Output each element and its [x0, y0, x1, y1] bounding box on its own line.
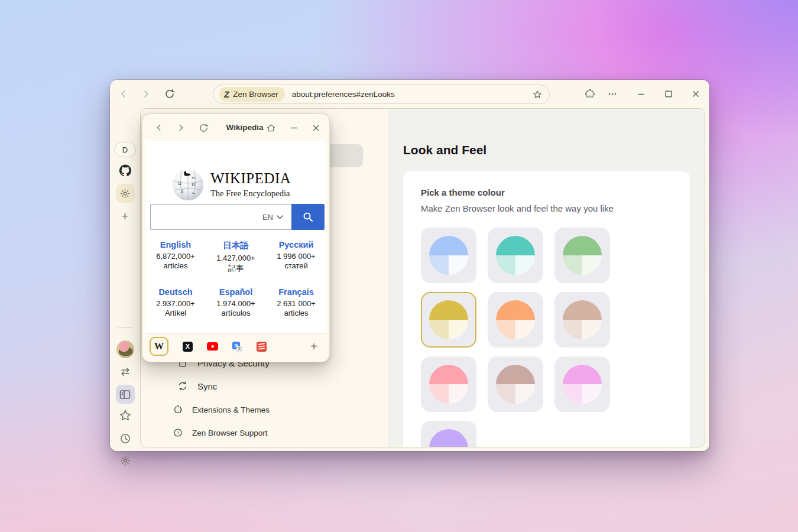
theme-tile-mauve[interactable] — [488, 356, 543, 412]
close-icon[interactable] — [689, 87, 703, 101]
back-icon[interactable] — [116, 87, 131, 101]
prefs-item-extensions[interactable]: Extensions & Themes — [173, 405, 270, 414]
theme-tile-green[interactable] — [554, 228, 610, 283]
settings-gear-icon[interactable] — [116, 184, 135, 203]
mini-window-dock: W X G文 + — [145, 333, 326, 359]
todoist-icon[interactable] — [257, 342, 267, 352]
home-icon[interactable] — [265, 122, 277, 134]
google-translate-icon[interactable]: G文 — [232, 342, 242, 352]
search-icon — [302, 211, 314, 223]
card-subtitle: Make Zen Browser look and feel the way y… — [421, 203, 614, 213]
extensions-puzzle-icon[interactable] — [583, 87, 597, 101]
workspace-pill[interactable]: D — [114, 142, 136, 157]
url-text: about:preferences#zenLooks — [292, 90, 533, 99]
wikipedia-wordmark: WIKIPEDIA — [210, 170, 291, 187]
swap-arrows-icon[interactable] — [119, 366, 131, 377]
theme-tile-tan[interactable] — [554, 292, 610, 348]
url-bar[interactable]: Z Zen Browser about:preferences#zenLooks — [213, 85, 550, 104]
svg-text:И: И — [192, 182, 195, 187]
close-icon[interactable] — [310, 122, 322, 134]
wikipedia-languages: English 6,872,000+ articles 日本語 1,427,00… — [145, 240, 326, 317]
look-and-feel-panel: Look and Feel Pick a theme colour Make Z… — [388, 109, 705, 447]
language-link-german[interactable]: Deutsch 2.937.000+ Artikel — [145, 287, 206, 317]
svg-text:Ω: Ω — [178, 181, 181, 186]
forward-icon[interactable] — [175, 122, 187, 134]
github-icon[interactable] — [119, 164, 131, 177]
svg-text:?: ? — [177, 430, 180, 436]
star-icon[interactable] — [119, 409, 132, 422]
site-label: Zen Browser — [233, 90, 278, 99]
language-link-japanese[interactable]: 日本語 1,427,000+ 記事 — [206, 240, 266, 274]
chevron-down-icon — [277, 215, 283, 219]
mini-window-header[interactable]: Wikipedia — [142, 114, 329, 141]
theme-tile-blue[interactable] — [421, 228, 476, 283]
prefs-item-sync[interactable]: Sync — [177, 381, 217, 391]
puzzle-icon — [173, 405, 183, 414]
more-menu-icon[interactable] — [605, 87, 619, 101]
theme-tile-pink[interactable] — [421, 356, 476, 412]
language-code: EN — [262, 213, 273, 222]
wikipedia-favicon[interactable]: W — [150, 337, 168, 356]
browser-toolbar: Z Zen Browser about:preferences#zenLooks — [110, 80, 709, 108]
wikipedia-search-bar: EN — [150, 204, 325, 230]
wikipedia-tagline: The Free Encyclopedia — [210, 189, 290, 199]
theme-tile-yellow-selected[interactable] — [421, 292, 476, 348]
card-title: Pick a theme colour — [421, 187, 505, 197]
prefs-item-label: Extensions & Themes — [192, 406, 270, 414]
wikipedia-page: Ω W И 文 ω WIKIPEDIA The Free Encyclopedi… — [145, 141, 326, 333]
language-link-spanish[interactable]: Español 1.974.000+ artículos — [206, 287, 266, 317]
language-link-russian[interactable]: Русский 1 996 000+ статей — [266, 240, 326, 274]
svg-text:W: W — [192, 176, 196, 180]
language-link-french[interactable]: Français 2 631 000+ articles — [266, 287, 326, 317]
help-icon: ? — [173, 428, 183, 437]
x-twitter-icon[interactable]: X — [183, 342, 193, 352]
reload-icon[interactable] — [197, 122, 209, 134]
page-title: Look and Feel — [403, 143, 486, 157]
theme-colour-card: Pick a theme colour Make Zen Browser loo… — [403, 171, 690, 447]
prefs-item-label: Sync — [197, 381, 217, 391]
wikipedia-globe-logo: Ω W И 文 ω — [172, 168, 204, 202]
settings-gear-bottom-icon[interactable] — [119, 455, 131, 466]
language-selector[interactable]: EN — [262, 213, 291, 222]
new-tab-plus-icon[interactable]: + — [121, 209, 128, 223]
theme-tile-orange[interactable] — [488, 292, 543, 348]
sidebar-divider — [118, 327, 133, 327]
wikipedia-mini-window: Wikipedia — [142, 113, 330, 362]
prefs-item-label: Zen Browser Support — [192, 429, 268, 437]
theme-tile-purple[interactable] — [421, 421, 476, 447]
add-plus-icon[interactable]: + — [310, 340, 317, 353]
minimize-icon[interactable] — [288, 122, 300, 134]
bookmark-star-icon[interactable] — [533, 90, 542, 99]
zen-logo-icon: Z — [223, 89, 230, 99]
back-icon[interactable] — [153, 122, 165, 134]
language-link-english[interactable]: English 6,872,000+ articles — [145, 240, 206, 274]
sidebar-panel-icon[interactable] — [116, 385, 135, 404]
sync-icon — [177, 381, 188, 391]
svg-text:文: 文 — [180, 189, 184, 194]
prefs-item-support[interactable]: ? Zen Browser Support — [173, 428, 268, 437]
search-button[interactable] — [291, 204, 325, 230]
browser-sidebar: D + — [110, 108, 140, 451]
theme-tile-magenta[interactable] — [554, 356, 610, 412]
theme-grid — [421, 228, 610, 447]
svg-text:ω: ω — [192, 190, 195, 195]
forward-icon[interactable] — [139, 87, 153, 101]
search-input[interactable]: EN — [150, 204, 291, 230]
minimize-icon[interactable] — [634, 87, 648, 101]
youtube-icon[interactable] — [207, 342, 218, 351]
reload-icon[interactable] — [163, 87, 177, 101]
profile-avatar[interactable] — [116, 340, 134, 358]
site-identity-chip[interactable]: Z Zen Browser — [219, 87, 285, 102]
theme-tile-teal[interactable] — [488, 228, 543, 283]
history-clock-icon[interactable] — [119, 433, 131, 445]
desktop-background: Z Zen Browser about:preferences#zenLooks — [0, 0, 798, 532]
maximize-icon[interactable] — [661, 87, 676, 101]
